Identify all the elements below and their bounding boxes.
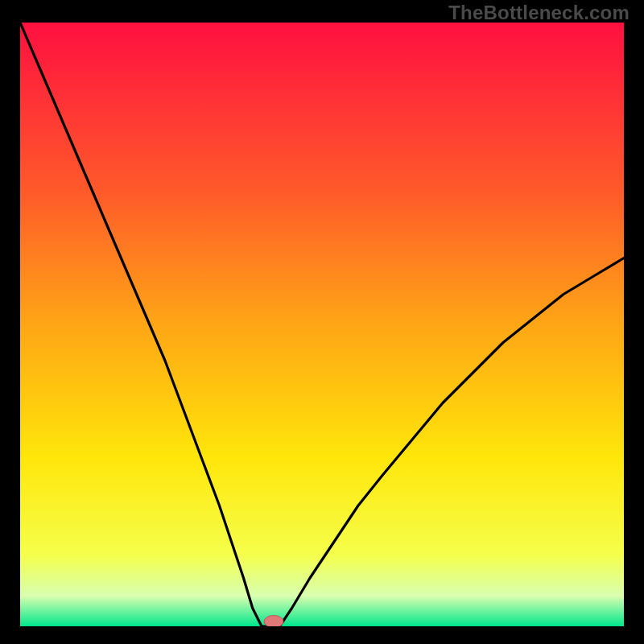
chart-frame: TheBottleneck.com (0, 0, 644, 644)
plot-area (20, 23, 624, 626)
chart-background (20, 23, 624, 626)
watermark-text: TheBottleneck.com (448, 2, 630, 24)
optimum-marker (264, 616, 283, 627)
bottleneck-chart (20, 23, 624, 626)
